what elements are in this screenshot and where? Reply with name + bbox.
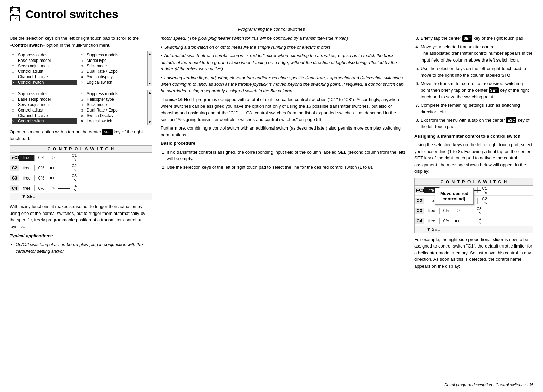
cs-table-2-row-c4: C4 free 0% => ——— C4 ↘ bbox=[415, 216, 533, 226]
left-column: Use the selection keys on the left or ri… bbox=[10, 35, 152, 272]
cs2-label-c4: C4 bbox=[415, 218, 424, 224]
assigning-heading: Assigning a transmitter control to a con… bbox=[414, 133, 533, 140]
svg-rect-4 bbox=[17, 9, 19, 11]
cs-table-row-c2: C2 free 0% => ——— C2 ↘ bbox=[10, 163, 152, 173]
menu-item-base-1: □ Base setup model bbox=[12, 58, 77, 63]
cs2-end-c2: C2 ↘ bbox=[478, 196, 489, 206]
cs-sel-c1: free bbox=[19, 155, 35, 161]
cs-table-row-c1: ▶C1 free 0% => ——— C1 ↘ bbox=[10, 153, 152, 163]
esc-badge: ESC bbox=[506, 117, 516, 124]
cs-table-row-c3: C3 free 0% => ——— C3 ↘ bbox=[10, 173, 152, 183]
cs2-end-c1: C1 ↘ bbox=[478, 186, 489, 195]
menu-icon-11: ✕ bbox=[81, 75, 85, 79]
menu-scrollbar-2[interactable]: ▲ ▼ bbox=[147, 90, 152, 125]
menu-item-stick-1: □ Stick mode bbox=[81, 63, 145, 69]
menu-col-1b: ≡ Suppress models □ Model type □ Stick m… bbox=[79, 51, 147, 86]
menu-icon-24: ✕ bbox=[81, 119, 85, 123]
menu-col-2a: ≡ Suppress codes □ Base setup model □ Se… bbox=[10, 90, 79, 125]
right-step-4: Move your selected transmitter control.T… bbox=[421, 44, 533, 64]
menu-item-dual-2: □ Dual Rate / Expo bbox=[81, 107, 145, 113]
center-column: motor speed. (The glow plug heater switc… bbox=[161, 35, 406, 272]
cs2-pct-c4: 0% bbox=[440, 218, 453, 224]
typical-heading: Typical applications: bbox=[10, 233, 152, 239]
right-steps-list: Briefly tap the center SET key of the ri… bbox=[421, 35, 533, 130]
typical-list-cont: motor speed. (The glow plug heater switc… bbox=[161, 35, 406, 94]
menu-box-1: ≡ Suppress codes □ Base setup model □ Se… bbox=[10, 51, 152, 86]
scroll-down-1[interactable]: ▼ bbox=[148, 82, 152, 85]
menu-item-control-switch-2: ✕ Control switch bbox=[12, 118, 77, 124]
open-set-text: Open this menu option with a tap on the … bbox=[10, 129, 152, 142]
menu-item-suppress-codes-2: ≡ Suppress codes bbox=[12, 91, 77, 97]
cs-sel-c2: free bbox=[19, 165, 35, 171]
cs2-dash-c4: ——— bbox=[461, 218, 472, 224]
menu-item-control-1: □ Control adjust bbox=[12, 69, 77, 74]
menu-item-control-switch-1: ✕ Control switch bbox=[12, 80, 77, 85]
scroll-up-1[interactable]: ▲ bbox=[148, 52, 152, 56]
menu-item-servo-2: □ Servo adjustment bbox=[12, 102, 77, 107]
cs2-label-c2: C2 bbox=[415, 198, 424, 204]
menu-icon-14: □ bbox=[12, 98, 17, 101]
scroll-down-2[interactable]: ▼ bbox=[148, 120, 152, 124]
menu-icon-12: ✕ bbox=[81, 81, 85, 84]
cs-table-footer-1: ▼ SEL bbox=[10, 193, 152, 200]
basic-proc-item-2: Use the selection keys of the left or ri… bbox=[167, 164, 406, 171]
menu-item-suppress-models-2: ≡ Suppress models bbox=[81, 91, 145, 97]
menu-icon-20: □ bbox=[81, 98, 85, 101]
menu-item-base-2: □ Base setup model bbox=[12, 97, 77, 102]
page-header: ✕ Control switches bbox=[10, 6, 533, 24]
tooltip-overlay: Move desired control adj. bbox=[435, 188, 474, 205]
header-icons: ✕ bbox=[10, 6, 20, 22]
cs-arrow-c3: => bbox=[48, 175, 56, 181]
cs-sel-c3: free bbox=[19, 175, 35, 181]
cs2-end-c4: C4 ↘ bbox=[472, 216, 483, 226]
cs-dash-c2: ——— bbox=[56, 165, 67, 171]
cs-label-c2: C2 bbox=[10, 165, 19, 171]
center-text: motor speed. (The glow plug heater switc… bbox=[161, 35, 406, 170]
scroll-up-2[interactable]: ▲ bbox=[148, 91, 152, 95]
cs-arrow-c1: => bbox=[48, 155, 56, 161]
cs-table-1-header: C O N T R O L S W I T C H bbox=[10, 146, 152, 153]
menu-scrollbar-1[interactable]: ▲ ▼ bbox=[147, 51, 152, 86]
right-step-7: Complete the remaining settings such as … bbox=[421, 102, 533, 115]
transmitter-icon bbox=[10, 6, 20, 14]
menu-box-2: ≡ Suppress codes □ Base setup model □ Se… bbox=[10, 90, 152, 125]
for-example-text: For example, the right-side proportional… bbox=[414, 236, 533, 270]
menu-icon-8: □ bbox=[81, 59, 85, 63]
cs-label-c1: ▶C1 bbox=[10, 155, 19, 161]
menu-icon-15: □ bbox=[12, 103, 17, 107]
with-many-text: With many functions, it makes sense not … bbox=[10, 203, 152, 230]
cs2-arrow-c3: => bbox=[453, 208, 461, 214]
page-container: ✕ Control switches Programming the contr… bbox=[0, 0, 543, 392]
set-badge-1: SET bbox=[102, 129, 112, 135]
basic-proc-heading: Basic procedure: bbox=[161, 140, 406, 147]
subtitle: Programming the control switches bbox=[10, 27, 533, 32]
basic-proc-item-1: If no transmitter control is assigned, t… bbox=[167, 149, 406, 162]
menu-icon-7: ≡ bbox=[81, 53, 85, 57]
cs-pct-c3: 0% bbox=[35, 175, 48, 181]
main-content: Use the selection keys on the left or ri… bbox=[10, 35, 533, 272]
menu-icon-10: □ bbox=[81, 70, 85, 73]
cs2-sel-c3: free bbox=[424, 208, 440, 214]
menu-item-suppress-models-1: ≡ Suppress models bbox=[81, 52, 145, 58]
menu-item-suppress-codes-1: ≡ Suppress codes bbox=[12, 52, 77, 58]
menu-icon-5: □ bbox=[12, 75, 17, 79]
cs-label-c3: C3 bbox=[10, 175, 19, 181]
menu-item-heli-2: □ Helicopter type bbox=[81, 97, 145, 102]
cs2-sel-c4: free bbox=[424, 218, 440, 224]
cs-pct-c2: 0% bbox=[35, 165, 48, 171]
menu-icon-1: ≡ bbox=[12, 53, 17, 57]
cs2-label-c3: C3 bbox=[415, 208, 424, 214]
cs-table-2-header: C O N T R O L S W I T C H bbox=[415, 178, 533, 186]
cs-table-footer-2: ▼ SEL bbox=[415, 226, 533, 233]
menu-col-1a: ≡ Suppress codes □ Base setup model □ Se… bbox=[10, 51, 79, 86]
header-icon-bottom: ✕ bbox=[10, 14, 20, 22]
svg-rect-3 bbox=[11, 9, 13, 11]
tooltip-line-1: Move desired bbox=[440, 191, 468, 196]
menu-icon-9: □ bbox=[81, 64, 85, 68]
cs-footer-sel-1: ▼ SEL bbox=[22, 194, 35, 199]
cs-table-1: C O N T R O L S W I T C H ▶C1 free 0% =>… bbox=[10, 145, 152, 200]
menu-icon-2: □ bbox=[12, 59, 17, 63]
menu-icon-17: □ bbox=[12, 114, 17, 118]
prog-name: mc-16 bbox=[169, 97, 183, 102]
menu-item-switch-display-2: ✕ Switch Display bbox=[81, 113, 145, 118]
